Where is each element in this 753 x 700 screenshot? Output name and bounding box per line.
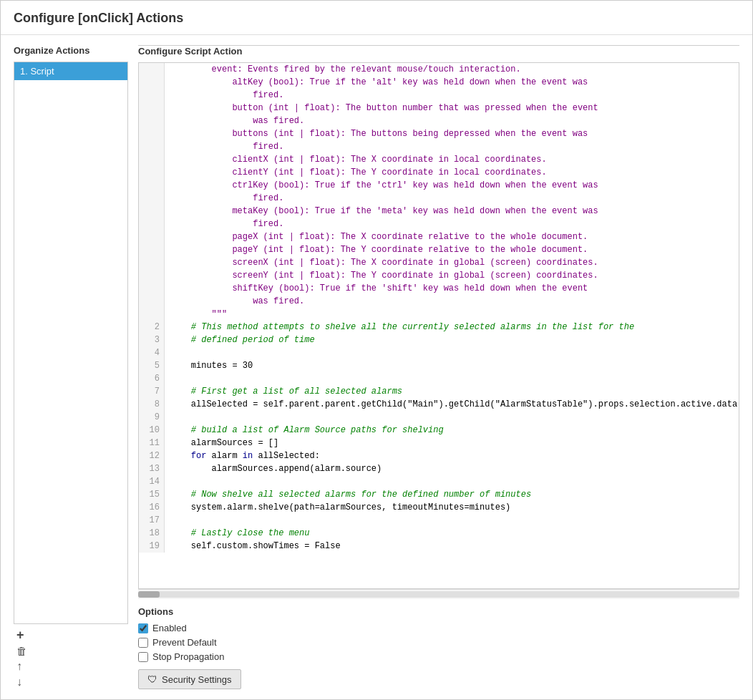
stop-propagation-checkbox[interactable] [138,652,148,662]
delete-action-button[interactable]: 🗑 [14,644,30,658]
options-section: Options Enabled Prevent Default Stop Pro… [138,599,739,689]
security-settings-label: Security Settings [162,674,232,685]
options-header: Options [138,606,739,617]
action-list: 1. Script [14,62,128,624]
add-action-button[interactable]: + [14,627,27,643]
shield-icon: 🛡 [147,674,157,685]
prevent-default-checkbox[interactable] [138,638,148,648]
horizontal-scrollbar[interactable] [138,589,739,599]
configure-script-header: Configure Script Action [138,46,739,63]
action-item-script[interactable]: 1. Script [14,62,127,80]
move-down-button[interactable]: ↓ [14,675,25,689]
organize-actions-header: Organize Actions [14,45,128,56]
prevent-default-label: Prevent Default [152,637,217,648]
code-content: event: Events fired by the relevant mous… [165,63,739,553]
page-title: Configure [onClick] Actions [14,11,739,26]
code-editor[interactable]: 2 3 4 5 6 7 8 9 10 11 12 13 14 15 [138,63,739,589]
enabled-label: Enabled [152,623,187,633]
enabled-option-row: Enabled [138,623,739,633]
security-settings-button[interactable]: 🛡 Security Settings [138,669,241,689]
prevent-default-option-row: Prevent Default [138,637,739,648]
move-up-button[interactable]: ↑ [14,659,25,674]
stop-propagation-label: Stop Propagation [152,651,224,662]
line-numbers: 2 3 4 5 6 7 8 9 10 11 12 13 14 15 [139,63,165,553]
enabled-checkbox[interactable] [138,623,148,633]
stop-propagation-option-row: Stop Propagation [138,651,739,662]
